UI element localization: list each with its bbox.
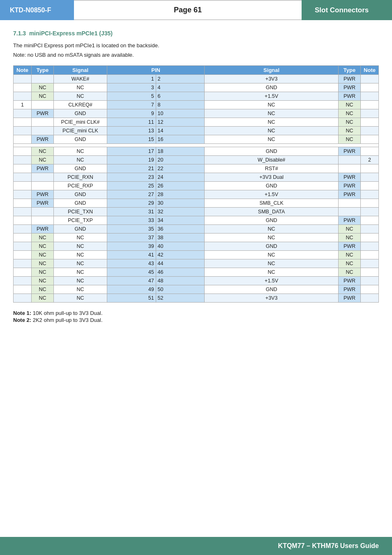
cell-note2 [361,199,379,208]
cell-pin1: 23 [107,173,156,182]
cell-type: NC [32,259,54,268]
table-row: NCNC5152+3V3PWR [14,294,379,303]
cell-note2 [361,234,379,242]
cell-signal: NC [54,92,107,101]
cell-pin1: 49 [107,285,156,294]
cell-signal2: GND [205,83,339,92]
footer-text: KTQM77 – KTHM76 Users Guide [278,542,379,550]
cell-note2 [361,268,379,277]
cell-note2 [361,127,379,135]
cell-signal2: GND [205,242,339,251]
main-content: 7.1.3 miniPCI-Express mPCIe1 (J35) The m… [0,20,392,334]
cell-type: NC [32,234,54,242]
cell-signal2: SMB_CLK [205,199,339,208]
cell-pin1: 21 [107,164,156,173]
cell-type [32,127,54,135]
table-row: PCIE_TXN3132SMB_DATA [14,208,379,216]
cell-signal2: NC [205,101,339,109]
cell-pin2: 8 [156,101,205,109]
cell-note2 [361,259,379,268]
page-number: Page 61 [174,6,202,14]
cell-type [32,101,54,109]
cell-pin1: 11 [107,118,156,127]
cell-type2: PWR [339,182,361,190]
cell-pin2: 12 [156,118,205,127]
cell-note2: 2 [361,156,379,164]
cell-type: NC [32,156,54,164]
cell-note [14,234,32,242]
cell-signal2: NC [205,268,339,277]
cell-note2 [361,182,379,190]
cell-type: NC [32,294,54,303]
cell-type: NC [32,83,54,92]
cell-note [14,83,32,92]
cell-note [14,190,32,199]
header-right: Slot Connectors [302,0,392,20]
cell-type2: PWR [339,190,361,199]
cell-pin1: 41 [107,251,156,259]
table-row: WAKE#12+3V3PWR [14,75,379,83]
cell-signal: PCIE_TXP [54,216,107,225]
cell-type: NC [32,147,54,156]
cell-note [14,118,32,127]
cell-signal2: W_Disable# [205,156,339,164]
cell-signal2: RST# [205,164,339,173]
footer-note-2: Note 2: 2K2 ohm pull-up to 3V3 Dual. [13,317,379,323]
table-row: NCNC1718GNDPWR [14,147,379,156]
cell-signal: CLKREQ# [54,101,107,109]
cell-type: NC [32,92,54,101]
cell-signal2: NC [205,135,339,144]
cell-signal: PCIE_mini CLK [54,127,107,135]
cell-type: PWR [32,135,54,144]
cell-type2: NC [339,259,361,268]
cell-signal2: GND [205,147,339,156]
cell-pin1: 7 [107,101,156,109]
cell-type2: NC [339,234,361,242]
cell-signal: GND [54,109,107,118]
cell-pin1: 1 [107,75,156,83]
th-type2: Type [339,66,361,75]
cell-type: NC [32,251,54,259]
page-header: KTD-N0850-F Page 61 Slot Connectors [0,0,392,20]
cell-type2: NC [339,225,361,234]
cell-pin2: 44 [156,259,205,268]
cell-pin2: 6 [156,92,205,101]
cell-note2 [361,190,379,199]
th-signal2: Signal [205,66,339,75]
cell-pin2: 38 [156,234,205,242]
cell-signal2: SMB_DATA [205,208,339,216]
cell-signal2: NC [205,234,339,242]
cell-note [14,173,32,182]
cell-signal: GND [54,164,107,173]
cell-type: NC [32,285,54,294]
cell-pin2: 50 [156,285,205,294]
cell-signal: GND [54,225,107,234]
cell-type [32,208,54,216]
cell-signal: NC [54,285,107,294]
cell-note2 [361,277,379,285]
cell-pin1: 5 [107,92,156,101]
cell-signal2: GND [205,182,339,190]
cell-note2 [361,101,379,109]
cell-note2 [361,208,379,216]
cell-note2 [361,294,379,303]
cell-signal: NC [54,242,107,251]
cell-note2 [361,83,379,92]
section-label: Slot Connectors [315,6,369,14]
cell-type2: PWR [339,75,361,83]
table-row: NCNC56+1.5VPWR [14,92,379,101]
cell-type [32,216,54,225]
cell-pin1: 15 [107,135,156,144]
cell-type: PWR [32,199,54,208]
cell-pin1: 31 [107,208,156,216]
table-row: PCIE_RXN2324+3V3 DualPWR [14,173,379,182]
cell-type2: PWR [339,92,361,101]
cell-signal2: GND [205,285,339,294]
cell-note2 [361,92,379,101]
cell-type: NC [32,277,54,285]
th-note: Note [14,66,32,75]
cell-pin1: 9 [107,109,156,118]
cell-type [32,173,54,182]
cell-signal: NC [54,147,107,156]
cell-pin1: 35 [107,225,156,234]
